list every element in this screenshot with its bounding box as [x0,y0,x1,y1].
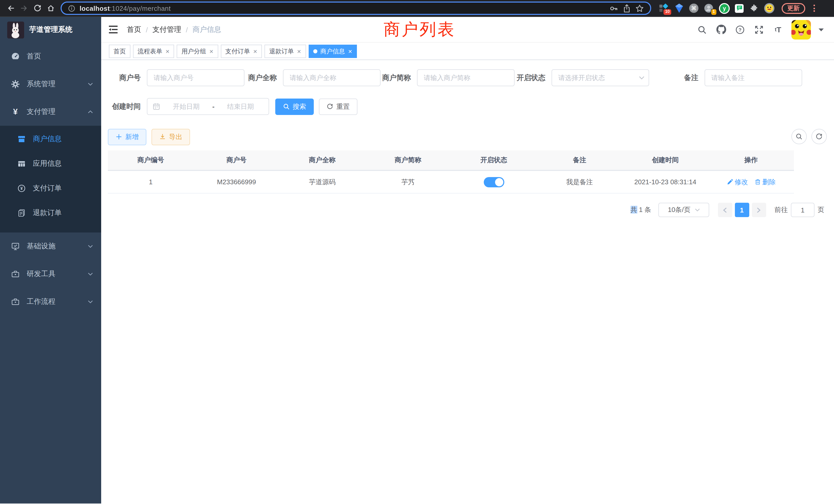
extension-command-icon[interactable]: ⌘ [689,4,698,13]
site-info-icon[interactable] [68,4,75,12]
tab-pay-order[interactable]: 支付订单✕ [221,45,262,58]
remark-input[interactable] [705,69,802,86]
github-button[interactable] [716,24,727,35]
hamburger-icon [109,26,117,33]
trash-icon [754,179,761,185]
close-tab-icon[interactable]: ✕ [209,48,214,54]
remark-label: 备注 [683,73,705,83]
tab-user-group[interactable]: 用户分组✕ [177,45,218,58]
sidebar-item-pay[interactable]: ¥ 支付管理 [0,98,101,126]
pagination-total: 共 1 条 [630,205,651,214]
next-page-button[interactable] [751,203,766,217]
merchant-no-input[interactable] [147,69,244,86]
prev-page-button[interactable] [718,203,732,217]
reload-icon [34,4,42,12]
password-key-icon[interactable] [610,4,618,13]
yen-circle-icon: ¥ [18,184,26,192]
tab-refund-order[interactable]: 退款订单✕ [264,45,306,58]
merchant-table: 商户编号 商户号 商户全称 商户简称 开启状态 备注 创建时间 操作 1 M23… [108,151,794,193]
page-content: 商户号 商户全称 商户简称 开启状态 [101,60,834,503]
chevron-down-icon [88,272,93,277]
full-name-input[interactable] [283,69,380,86]
gear-icon [11,80,20,88]
reset-button[interactable]: 重置 [319,98,357,115]
merchant-no-label: 商户号 [115,73,147,83]
tab-merchant-info[interactable]: 商户信息✕ [308,45,357,58]
url-bar[interactable]: localhost:1024/pay/merchant [61,2,651,15]
close-tab-icon[interactable]: ✕ [297,48,301,54]
add-button[interactable]: 新增 [108,129,146,145]
browser-menu-icon[interactable] [811,5,817,12]
svg-text:¥: ¥ [20,186,23,191]
status-label: 开启状态 [511,73,552,83]
font-size-button[interactable]: tT [772,24,784,35]
status-toggle[interactable] [483,177,504,187]
delete-button[interactable]: 删除 [754,177,776,187]
download-icon [159,134,166,140]
pay-submenu: 商户信息 应用信息 ¥ 支付订单 退款订单 [0,126,101,232]
search-button[interactable]: 搜索 [275,98,314,115]
browser-home-button[interactable] [44,2,58,15]
sidebar-item-pay-order[interactable]: ¥ 支付订单 [0,176,101,201]
fullscreen-icon [754,25,764,34]
edit-button[interactable]: 修改 [726,177,748,187]
user-avatar[interactable] [791,20,811,39]
bookmark-star-icon[interactable] [635,4,644,13]
sidebar-item-home[interactable]: 首页 [0,43,101,70]
tags-view-bar: 首页 流程表单✕ 用户分组✕ 支付订单✕ 退款订单✕ 商户信息✕ [101,43,834,60]
fullscreen-button[interactable] [753,24,765,35]
share-icon[interactable] [622,4,631,13]
browser-toolbar: localhost:1024/pay/merchant 10 ⌘ 1 y [0,0,834,17]
refresh-table-button[interactable] [811,129,827,144]
extension-gem-icon[interactable] [674,3,684,13]
sidebar-item-app-info[interactable]: 应用信息 [0,152,101,176]
start-date-input[interactable]: 开始日期 [163,102,209,111]
pagination: 共 1 条 10条/页 1 前往 页 [630,203,824,217]
sidebar-item-infra[interactable]: 基础设施 [0,232,101,260]
avatar-caret-icon[interactable] [818,27,824,31]
sidebar-item-system[interactable]: 系统管理 [0,70,101,98]
page-number-button[interactable]: 1 [734,203,749,217]
close-tab-icon[interactable]: ✕ [348,48,352,54]
plus-icon [115,134,122,140]
show-search-toggle-button[interactable] [791,129,807,144]
svg-text:?: ? [739,27,742,32]
collapse-sidebar-button[interactable] [106,23,120,36]
browser-reload-button[interactable] [31,2,44,15]
status-select[interactable] [552,69,649,86]
select-chevron-icon [639,75,644,81]
extension-grid-icon[interactable]: 10 [658,3,668,13]
extension-profile-icon[interactable]: 1 [704,3,714,13]
extension-emoji-avatar[interactable] [764,3,774,13]
goto-page-input[interactable] [791,203,814,217]
extensions-row: 10 ⌘ 1 y 更新 [658,3,817,14]
sidebar-item-refund-order[interactable]: 退款订单 [0,201,101,225]
tab-home[interactable]: 首页 [109,45,130,58]
extension-yudao-icon[interactable]: y [719,3,730,14]
export-button[interactable]: 导出 [152,129,190,145]
end-date-input[interactable]: 结束日期 [218,102,263,111]
chevron-down-icon [88,244,93,249]
edit-pencil-icon [726,179,733,185]
close-tab-icon[interactable]: ✕ [253,48,258,54]
breadcrumb-home[interactable]: 首页 [127,25,141,34]
close-tab-icon[interactable]: ✕ [166,48,170,54]
browser-update-button[interactable]: 更新 [782,3,805,14]
browser-forward-button[interactable] [18,2,31,15]
page-size-select[interactable]: 10条/页 [658,203,709,217]
breadcrumb-pay[interactable]: 支付管理 [153,25,181,34]
extension-chat-icon[interactable] [735,4,744,13]
sidebar-item-workflow[interactable]: 工作流程 [0,288,101,316]
help-button[interactable]: ? [734,24,746,35]
logo-image [7,21,24,38]
short-name-input[interactable] [417,69,514,86]
tab-process-form[interactable]: 流程表单✕ [133,45,174,58]
browser-back-button[interactable] [4,2,18,15]
sidebar-item-merchant-info[interactable]: 商户信息 [0,127,101,152]
extensions-puzzle-icon[interactable] [749,3,759,13]
header-search-button[interactable] [696,24,708,35]
sidebar-item-dev-tools[interactable]: 研发工具 [0,260,101,288]
search-icon [795,133,803,140]
create-time-range-picker[interactable]: 开始日期 - 结束日期 [147,98,269,115]
logo-link[interactable]: 芋道管理系统 [0,17,101,43]
